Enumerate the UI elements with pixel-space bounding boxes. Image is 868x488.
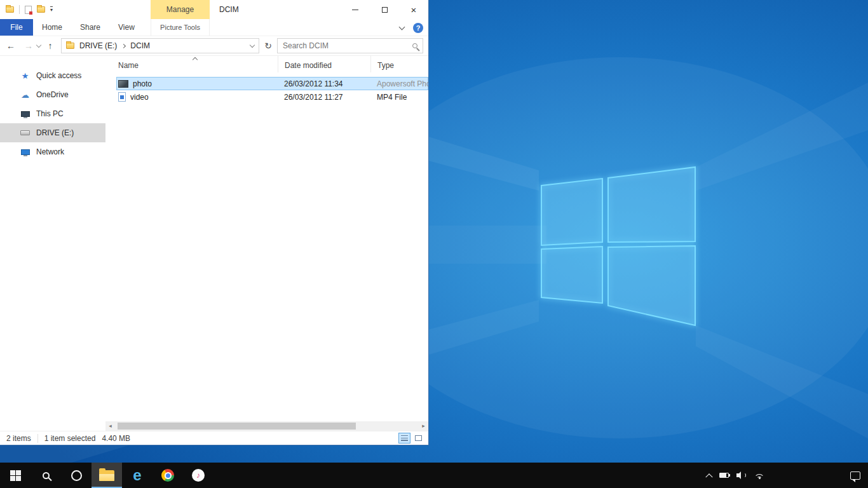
quick-access-toolbar: ▾	[0, 5, 53, 14]
sidebar-item-onedrive[interactable]: ☁ OneDrive	[0, 85, 105, 104]
back-button[interactable]: ←	[4, 41, 18, 51]
tab-file[interactable]: File	[0, 19, 33, 36]
sidebar-item-label: This PC	[36, 109, 64, 118]
action-center-icon	[850, 471, 860, 480]
refresh-icon[interactable]: ↻	[263, 41, 273, 51]
address-dropdown-chevron-icon[interactable]	[250, 42, 255, 47]
maximize-button[interactable]	[370, 0, 399, 19]
tab-view[interactable]: View	[109, 19, 144, 36]
sidebar-item-label: OneDrive	[36, 90, 69, 99]
file-row-photo[interactable]: photo 26/03/2012 11:34 Apowersoft Pho	[116, 77, 428, 90]
sidebar-item-label: Network	[36, 147, 64, 156]
cortana-circle-icon	[71, 470, 82, 481]
video-file-icon	[118, 92, 126, 102]
properties-icon[interactable]	[25, 6, 32, 14]
horizontal-scrollbar[interactable]: ◂ ▸	[105, 421, 428, 431]
taskbar-search-icon	[43, 472, 50, 479]
manage-contextual-tab[interactable]: Manage	[151, 0, 210, 19]
file-date-modified: 26/03/2012 11:34	[278, 79, 370, 88]
selection-size: 4.40 MB	[102, 434, 130, 443]
tab-home[interactable]: Home	[33, 19, 71, 36]
itunes-taskbar-button[interactable]: ♪	[183, 463, 214, 488]
titlebar[interactable]: ▾ Manage DCIM ×	[0, 0, 428, 19]
wifi-icon[interactable]	[754, 471, 765, 479]
new-folder-icon[interactable]	[37, 6, 45, 13]
system-folder-icon[interactable]	[6, 6, 14, 13]
column-header-type[interactable]: Type	[370, 56, 428, 72]
ribbon-right-controls: ?	[400, 19, 423, 36]
sidebar-item-this-pc[interactable]: This PC	[0, 104, 105, 123]
file-row-video[interactable]: video 26/03/2012 11:27 MP4 File	[116, 90, 428, 104]
ribbon-tab-row: File Home Share View Picture Tools ?	[0, 19, 428, 36]
file-explorer-icon	[99, 470, 114, 481]
selection-count: 1 item selected	[44, 434, 96, 443]
up-button[interactable]: ↑	[43, 41, 57, 51]
address-bar-row: ← → ↑ DRIVE (E:) DCIM ↻	[0, 36, 428, 56]
chrome-taskbar-button[interactable]	[153, 463, 183, 488]
cortana-button[interactable]	[61, 463, 92, 488]
address-folder-icon	[66, 43, 74, 49]
breadcrumb-drive[interactable]: DRIVE (E:)	[79, 41, 117, 50]
customize-qat-chevron-icon[interactable]: ▾	[50, 6, 53, 13]
status-bar: 2 items 1 item selected 4.40 MB	[0, 431, 428, 445]
file-name: photo	[133, 79, 152, 88]
file-explorer-taskbar-button[interactable]	[92, 463, 122, 488]
action-center-button[interactable]	[850, 463, 860, 488]
window-title: DCIM	[219, 0, 239, 19]
scroll-right-arrow-icon[interactable]: ▸	[419, 421, 428, 431]
tab-picture-tools[interactable]: Picture Tools	[151, 19, 210, 36]
recent-locations-chevron-icon[interactable]	[36, 42, 41, 47]
windows-logo-icon	[10, 470, 21, 481]
address-bar[interactable]: DRIVE (E:) DCIM	[61, 38, 259, 53]
details-view-icon	[401, 435, 408, 441]
itunes-icon: ♪	[192, 469, 205, 482]
column-headers: Name Date modified Type	[116, 56, 428, 72]
taskbar: e ♪	[0, 463, 868, 488]
chrome-icon	[161, 469, 174, 482]
sidebar-item-label: DRIVE (E:)	[36, 128, 74, 137]
minimize-button[interactable]	[341, 0, 370, 19]
sidebar-item-drive-e[interactable]: DRIVE (E:)	[0, 123, 105, 142]
scroll-left-arrow-icon[interactable]: ◂	[105, 421, 115, 431]
photo-thumbnail-icon	[118, 80, 128, 88]
internet-explorer-taskbar-button[interactable]: e	[122, 463, 153, 488]
sidebar-item-network[interactable]: Network	[0, 142, 105, 161]
tab-share[interactable]: Share	[71, 19, 109, 36]
network-icon	[21, 149, 30, 155]
hard-drive-icon	[20, 130, 30, 135]
close-button[interactable]: ×	[399, 0, 428, 19]
large-icons-view-button[interactable]	[412, 433, 424, 444]
onedrive-cloud-icon: ☁	[21, 90, 29, 100]
file-rows: photo 26/03/2012 11:34 Apowersoft Pho vi…	[116, 77, 428, 104]
speaker-icon[interactable]	[736, 471, 746, 479]
column-header-date-modified[interactable]: Date modified	[278, 56, 370, 72]
file-name: video	[130, 93, 149, 102]
battery-icon[interactable]	[719, 473, 729, 478]
internet-explorer-icon: e	[133, 468, 141, 483]
show-hidden-icons-chevron-icon[interactable]	[705, 473, 712, 480]
forward-button[interactable]: →	[22, 41, 36, 51]
view-toggle-buttons	[398, 433, 424, 444]
expand-ribbon-chevron-icon[interactable]	[399, 24, 405, 30]
sidebar-item-quick-access[interactable]: ★ Quick access	[0, 66, 105, 85]
item-count: 2 items	[6, 434, 31, 443]
search-icon[interactable]	[412, 43, 417, 48]
quick-access-star-icon: ★	[22, 71, 29, 81]
qat-separator	[19, 5, 20, 14]
system-tray	[707, 463, 765, 488]
breadcrumb-folder[interactable]: DCIM	[130, 41, 150, 50]
search-box	[277, 38, 423, 53]
file-date-modified: 26/03/2012 11:27	[278, 93, 370, 102]
details-view-button[interactable]	[398, 433, 410, 444]
file-list: Name Date modified Type photo 26/03/2012…	[105, 56, 428, 421]
start-button[interactable]	[0, 463, 31, 488]
scrollbar-thumb[interactable]	[118, 423, 356, 430]
navigation-pane: ★ Quick access ☁ OneDrive This PC DRIVE …	[0, 56, 105, 421]
taskbar-search-button[interactable]	[31, 463, 61, 488]
desktop: ▾ Manage DCIM × File Home Share View Pic…	[0, 0, 868, 488]
help-icon[interactable]: ?	[413, 23, 423, 33]
window-controls: ×	[341, 0, 428, 19]
search-input[interactable]	[283, 41, 412, 50]
maximize-icon	[382, 7, 388, 13]
status-separator	[37, 434, 38, 443]
